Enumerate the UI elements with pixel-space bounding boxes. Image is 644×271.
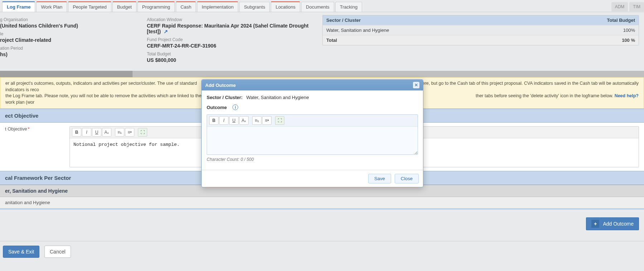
info-val-total: US $800,000 <box>147 57 315 63</box>
section-divider <box>0 71 644 77</box>
tabs-right: ADM TIM <box>610 2 644 11</box>
pill-adm[interactable]: ADM <box>611 2 628 11</box>
info-col-1: g Organisation (United Nations Children'… <box>0 15 147 71</box>
tabs-bar: Log Frame Work Plan People Targeted Budg… <box>0 0 644 12</box>
modal-body: Sector / Cluster: Water, Sanitation and … <box>202 90 423 170</box>
help-text-right-1: ators here, but go to the Cash tab of th… <box>409 80 639 93</box>
help-text-right-2a: ther tabs before seeing the 'delete acti… <box>476 93 615 98</box>
sb-row-name: Water, Sanitation and Hygiene <box>326 28 592 33</box>
info-label-window: Allocation Window <box>147 17 315 22</box>
modal-sector-value: Water, Sanitation and Hygiene <box>246 95 309 100</box>
tab-work-plan[interactable]: Work Plan <box>36 1 67 12</box>
close-icon[interactable]: ✕ <box>413 82 419 88</box>
info-val-window-text: CERF Rapid Response: Mauritania Apr 2024… <box>147 23 308 34</box>
ordered-list-icon[interactable]: ≡₁ <box>115 128 124 137</box>
info-val-period: hs) <box>0 51 140 57</box>
sb-total-label: Total <box>326 38 592 43</box>
bold-icon[interactable]: B <box>209 116 218 125</box>
cancel-button[interactable]: Cancel <box>44 246 71 258</box>
sector-budget-table: Sector / Cluster Total Budget Water, San… <box>322 15 639 45</box>
modal-close-button[interactable]: Close <box>395 174 419 183</box>
fullscreen-icon[interactable]: ⛶ <box>138 128 147 137</box>
project-info: g Organisation (United Nations Children'… <box>0 12 644 71</box>
info-val-org: (United Nations Children's Fund) <box>0 23 140 29</box>
italic-icon[interactable]: I <box>219 116 229 125</box>
tab-budget[interactable]: Budget <box>112 1 136 12</box>
underline-icon[interactable]: U <box>92 128 101 137</box>
info-val-window: CERF Rapid Response: Mauritania Apr 2024… <box>147 23 315 34</box>
required-star: * <box>28 126 29 132</box>
add-outcome-modal: Add Outcome ✕ Sector / Cluster: Water, S… <box>201 79 423 187</box>
info-col-3: Sector / Cluster Total Budget Water, San… <box>322 15 644 71</box>
info-val-code: CERF-MRT-24-RR-CEF-31906 <box>147 43 315 49</box>
tab-log-frame[interactable]: Log Frame <box>2 1 35 12</box>
info-icon[interactable]: i <box>232 104 238 110</box>
info-label-total: Total Budget <box>147 51 315 56</box>
tab-implementation[interactable]: Implementation <box>197 1 238 12</box>
tab-tracking[interactable]: Tracking <box>335 2 362 12</box>
project-objective-label-text: t Objective <box>5 126 27 132</box>
char-count: Character Count: 0 / 500 <box>207 157 418 162</box>
sb-row-pct: 100% <box>592 28 635 33</box>
add-outcome-row: + Add Outcome <box>0 210 644 241</box>
modal-editor-toolbar: B I U Aₓ ≡₁ ≡• ⛶ <box>207 115 418 127</box>
info-label-title: le <box>0 31 140 36</box>
sb-row-total: Total 100 % <box>323 35 639 45</box>
clear-format-icon[interactable]: Aₓ <box>102 128 111 137</box>
tab-locations[interactable]: Locations <box>271 1 300 12</box>
info-label-org: g Organisation <box>0 17 140 22</box>
ordered-list-icon[interactable]: ≡₁ <box>252 116 261 125</box>
pill-tim[interactable]: TIM <box>629 2 644 11</box>
tab-people-targeted[interactable]: People Targeted <box>68 1 111 12</box>
unordered-list-icon[interactable]: ≡• <box>125 128 134 137</box>
sb-head-left: Sector / Cluster <box>326 18 592 23</box>
help-text-right-2: ther tabs before seeing the 'delete acti… <box>476 93 639 105</box>
add-outcome-button[interactable]: + Add Outcome <box>586 217 639 230</box>
clear-format-icon[interactable]: Aₓ <box>239 116 249 125</box>
help-text-left-1: er all project's outcomes, outputs, indi… <box>5 80 206 93</box>
sb-row: Water, Sanitation and Hygiene 100% <box>323 25 639 35</box>
plus-icon: + <box>591 220 599 228</box>
sector-budget-head: Sector / Cluster Total Budget <box>323 15 639 25</box>
tab-cash[interactable]: Cash <box>176 1 196 12</box>
info-label-period: ation Period <box>0 46 140 51</box>
modal-header[interactable]: Add Outcome ✕ <box>202 80 423 90</box>
info-col-2: Allocation Window CERF Rapid Response: M… <box>147 15 322 71</box>
project-objective-label: t Objective* <box>5 126 69 132</box>
modal-outcome-label: Outcome <box>207 105 227 110</box>
unordered-list-icon[interactable]: ≡• <box>262 116 271 125</box>
sb-total-pct: 100 % <box>592 38 635 43</box>
fullscreen-icon[interactable]: ⛶ <box>275 116 284 125</box>
tab-documents[interactable]: Documents <box>301 2 334 12</box>
add-outcome-label: Add Outcome <box>603 221 634 227</box>
modal-outcome-editor: B I U Aₓ ≡₁ ≡• ⛶ <box>207 114 418 155</box>
modal-sector-row: Sector / Cluster: Water, Sanitation and … <box>207 95 418 100</box>
tab-subgrants[interactable]: Subgrants <box>239 2 270 12</box>
sb-head-right: Total Budget <box>592 18 635 23</box>
help-text-left-2: the Log Frame tab. Please note, you will… <box>5 93 206 105</box>
tab-programming[interactable]: Programming <box>138 1 175 12</box>
info-label-code: Fund Project Code <box>147 37 315 42</box>
modal-footer: Save Close <box>202 170 423 187</box>
bold-icon[interactable]: B <box>72 128 81 137</box>
modal-save-button[interactable]: Save <box>368 174 391 183</box>
modal-outcome-row: Outcome i <box>207 104 418 110</box>
sector-sub-row: anitation and Hygiene <box>0 197 644 208</box>
italic-icon[interactable]: I <box>82 128 91 137</box>
modal-title: Add Outcome <box>205 83 236 88</box>
external-link-icon[interactable]: ↗ <box>164 29 168 34</box>
info-val-title: roject Climate-related <box>0 37 140 43</box>
modal-sector-label: Sector / Cluster: <box>207 95 242 100</box>
need-help-link[interactable]: Need help? <box>615 93 639 98</box>
modal-outcome-textarea[interactable] <box>207 127 418 154</box>
footer-buttons: Save & Exit Cancel <box>0 241 644 266</box>
save-exit-button[interactable]: Save & Exit <box>3 246 39 258</box>
underline-icon[interactable]: U <box>229 116 239 125</box>
